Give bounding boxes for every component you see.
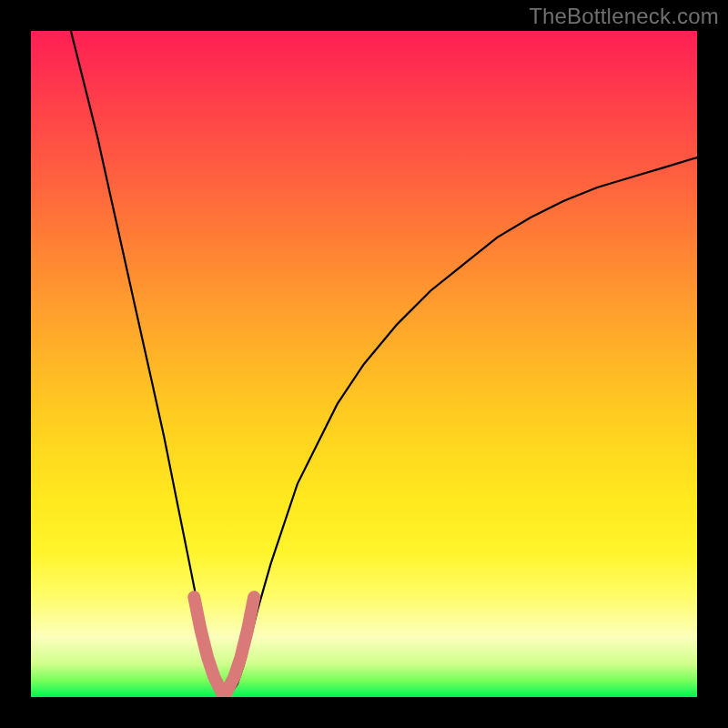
curve-highlight — [194, 597, 254, 691]
chart-frame: TheBottleneck.com — [0, 0, 728, 728]
bottleneck-curve — [31, 31, 697, 697]
plot-area — [31, 31, 697, 697]
watermark-text: TheBottleneck.com — [529, 4, 719, 29]
curve-line — [71, 31, 697, 693]
